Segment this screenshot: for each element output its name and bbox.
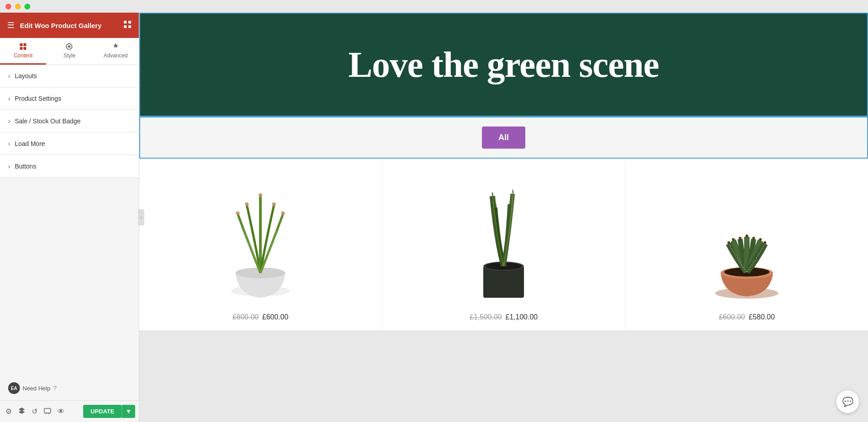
sidebar-item-load-more-label: Load More — [15, 140, 45, 147]
svg-point-32 — [764, 241, 766, 244]
plant-image-1 — [202, 169, 319, 305]
hero-title: Love the green scene — [348, 44, 659, 85]
svg-point-27 — [732, 238, 735, 241]
main-content: Love the green scene All — [139, 13, 868, 422]
product-image-area-2 — [392, 168, 616, 306]
sidebar-item-product-settings[interactable]: › Product Settings — [0, 88, 139, 110]
plant-image-2 — [445, 169, 562, 305]
product-new-price-1: £600.00 — [262, 313, 288, 321]
chevron-layouts-icon: › — [8, 72, 10, 80]
traffic-light-red[interactable] — [5, 4, 11, 9]
app-container: ☰ Edit Woo Product Gallery Content Sty — [0, 13, 868, 422]
title-bar — [0, 0, 868, 13]
svg-point-16 — [245, 202, 249, 206]
preview-icon[interactable]: 👁 — [56, 406, 66, 417]
sidebar-item-buttons[interactable]: › Buttons — [0, 155, 139, 178]
svg-point-31 — [759, 238, 762, 241]
svg-point-18 — [272, 202, 276, 206]
sidebar-item-layouts[interactable]: › Layouts — [0, 65, 139, 87]
ea-logo: EA — [8, 382, 20, 394]
product-image-area-3 — [635, 168, 859, 306]
product-old-price-3: £600.00 — [719, 313, 745, 321]
collapse-handle[interactable]: ‹ — [138, 209, 144, 225]
svg-rect-2 — [124, 25, 127, 28]
products-section: £800.00 £600.00 — [139, 159, 868, 330]
product-price-3: £600.00 £580.00 — [719, 313, 775, 321]
update-arrow-button[interactable]: ▼ — [122, 405, 135, 418]
traffic-light-yellow[interactable] — [15, 4, 21, 9]
svg-point-28 — [739, 237, 741, 239]
sidebar-item-sale-badge[interactable]: › Sale / Stock Out Badge — [0, 110, 139, 132]
products-grid: £800.00 £600.00 — [139, 159, 868, 330]
svg-point-29 — [745, 234, 748, 237]
sidebar-header-left: ☰ Edit Woo Product Gallery — [7, 20, 102, 30]
product-new-price-3: £580.00 — [749, 313, 775, 321]
svg-rect-7 — [24, 47, 26, 50]
svg-rect-3 — [128, 25, 131, 28]
tab-content-label: Content — [14, 52, 33, 59]
product-price-2: £1,500.00 £1,100.00 — [470, 313, 538, 321]
product-old-price-2: £1,500.00 — [470, 313, 502, 321]
svg-rect-20 — [483, 266, 524, 298]
sidebar-header: ☰ Edit Woo Product Gallery — [0, 13, 139, 38]
svg-rect-0 — [124, 21, 127, 23]
sidebar-title: Edit Woo Product Gallery — [20, 22, 102, 29]
svg-point-15 — [236, 211, 240, 215]
svg-rect-1 — [128, 21, 131, 23]
hero-section: Love the green scene — [139, 13, 868, 117]
tab-style-label: Style — [63, 52, 75, 59]
plant-image-3 — [688, 169, 806, 305]
grid-icon[interactable] — [123, 20, 132, 31]
svg-point-19 — [281, 211, 285, 215]
sidebar-item-buttons-label: Buttons — [15, 163, 36, 170]
chevron-load-more-icon: › — [8, 140, 10, 147]
help-icon[interactable]: ? — [53, 384, 57, 392]
history-icon[interactable]: ↺ — [30, 405, 39, 417]
product-card-1: £800.00 £600.00 — [139, 159, 382, 330]
filter-all-button[interactable]: All — [482, 127, 525, 149]
need-help-text[interactable]: Need Help — [23, 385, 50, 392]
update-button[interactable]: UPDATE — [83, 405, 121, 418]
traffic-light-green[interactable] — [24, 4, 30, 9]
tab-advanced[interactable]: Advanced — [93, 38, 139, 65]
product-new-price-2: £1,100.00 — [505, 313, 538, 321]
svg-point-26 — [727, 241, 730, 244]
tab-style[interactable]: Style — [46, 38, 92, 65]
sidebar: ☰ Edit Woo Product Gallery Content Sty — [0, 13, 139, 422]
product-old-price-1: £800.00 — [232, 313, 259, 321]
product-price-1: £800.00 £600.00 — [232, 313, 288, 321]
hamburger-icon[interactable]: ☰ — [7, 20, 14, 30]
chat-button[interactable]: 💬 — [836, 390, 859, 413]
sidebar-item-product-settings-label: Product Settings — [15, 95, 61, 102]
svg-rect-5 — [24, 43, 26, 46]
settings-icon[interactable]: ⚙ — [4, 405, 14, 417]
filter-section: All — [139, 117, 868, 159]
chevron-sale-badge-icon: › — [8, 117, 10, 125]
responsive-icon[interactable] — [42, 405, 53, 418]
product-image-area-1 — [148, 168, 373, 306]
svg-point-30 — [752, 237, 755, 239]
sidebar-item-layouts-label: Layouts — [15, 72, 37, 80]
chat-icon: 💬 — [842, 396, 854, 407]
product-card-3: £600.00 £580.00 — [626, 159, 868, 330]
product-card-2: £1,500.00 £1,100.00 — [382, 159, 625, 330]
sidebar-item-sale-badge-label: Sale / Stock Out Badge — [15, 117, 81, 125]
svg-rect-10 — [44, 408, 51, 413]
layers-icon[interactable] — [16, 405, 27, 418]
update-group: UPDATE ▼ — [83, 405, 135, 418]
sidebar-tabs: Content Style Advanced — [0, 38, 139, 65]
tab-content[interactable]: Content — [0, 38, 46, 65]
sidebar-footer: EA Need Help ? — [0, 376, 139, 400]
sidebar-item-load-more[interactable]: › Load More — [0, 133, 139, 155]
chevron-product-settings-icon: › — [8, 95, 10, 102]
svg-point-9 — [68, 45, 71, 47]
bottom-toolbar: ⚙ ↺ 👁 UPDATE ▼ — [0, 400, 139, 422]
tab-advanced-label: Advanced — [104, 52, 127, 59]
sidebar-items: › Layouts › Product Settings › Sale / St… — [0, 65, 139, 376]
svg-rect-4 — [20, 43, 23, 46]
svg-point-17 — [259, 193, 262, 197]
chevron-buttons-icon: › — [8, 163, 10, 170]
svg-rect-6 — [20, 47, 23, 50]
